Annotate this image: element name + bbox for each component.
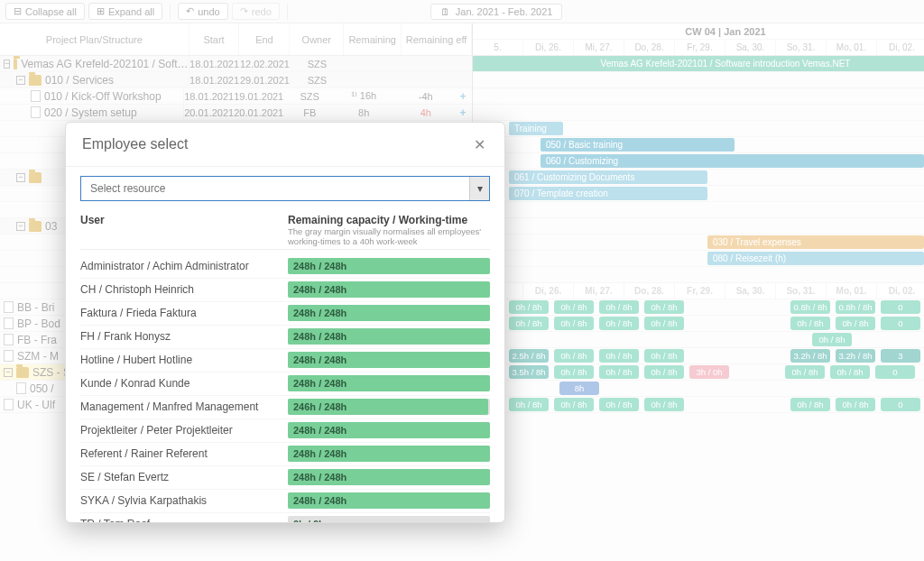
collapse-all-button[interactable]: ⊟ Collapse all [5,3,85,20]
toggle-icon[interactable]: − [16,222,25,231]
user-row[interactable]: Hotline / Hubert Hotline248h / 248h [80,349,490,372]
user-row[interactable]: Kunde / Konrad Kunde248h / 248h [80,372,490,396]
task-bar[interactable]: Training [509,122,563,135]
undo-button[interactable]: ↶ undo [178,3,227,20]
close-icon[interactable]: ✕ [470,135,488,153]
capacity-pill[interactable]: 0h / 8h [785,365,825,379]
capacity-pill[interactable]: 0h / 8h [554,317,594,330]
resource-input[interactable] [81,177,469,200]
day-cell: Do, 28. [624,283,675,299]
user-row[interactable]: CH / Christoph Heinrich248h / 248h [80,279,490,302]
day-cell: Mo, 01. [827,40,877,55]
task-bar[interactable]: 061 / Customizing Documents [509,170,707,184]
undo-label: undo [198,6,219,17]
capacity-pill[interactable]: 0h / 8h [554,300,594,314]
expand-icon: ⊞ [97,5,105,17]
tree-row[interactable]: 010 / Kick-Off Workshop18.01.202119.01.2… [0,88,472,105]
capacity-pill[interactable]: 0h / 8h [644,317,684,330]
capacity-pill[interactable]: 0h / 8h [599,300,639,314]
capacity-pill[interactable]: 0h / 8h [644,365,684,379]
capacity-pill[interactable]: 0h / 8h [830,365,870,379]
user-row[interactable]: SYKA / Sylvia Karpathakis248h / 248h [80,490,490,513]
task-bar[interactable]: 050 / Basic training [541,138,735,152]
capacity-pill[interactable]: 8h [559,382,599,395]
capacity-pill[interactable]: 0h / 8h [509,300,549,314]
capacity-pill[interactable]: 3.2h / 8h [836,349,875,363]
capacity-pill[interactable]: 0h / 8h [836,317,875,330]
task-bar[interactable]: 030 / Travel expenses [707,235,924,249]
cell: SZS [290,75,344,86]
capacity-text: 248h / 248h [293,492,346,509]
capacity-pill[interactable]: 0h / 8h [599,349,639,363]
user-list[interactable]: Administrator / Achim Administrator248h … [80,255,490,522]
user-row[interactable]: Referent / Rainer Referent248h / 248h [80,443,490,466]
capacity-pill[interactable]: 0h / 8h [599,365,639,379]
capacity-pill[interactable]: 0h / 8h [554,398,594,411]
toggle-icon[interactable]: − [16,76,25,85]
capacity-pill[interactable]: 3.2h / 8h [790,349,830,363]
task-bar[interactable]: 070 / Template creation [509,187,707,200]
capacity-pill[interactable]: 0 [881,398,920,411]
capacity-pill[interactable]: 0 [881,317,920,330]
tree-row[interactable]: 020 / System setup20.01.202120.01.2021FB… [0,105,472,121]
task-bar[interactable]: 080 / Reisezeit (h) [707,252,924,265]
task-bar[interactable]: 060 / Customizing [541,154,924,168]
capacity-pill[interactable]: 0h / 8h [644,349,684,363]
capacity-pill[interactable]: 0h / 8h [554,365,594,379]
capacity-pill[interactable]: 0h / 8h [836,398,875,411]
cell: 19.01.2021 [234,91,283,102]
folder-icon [14,59,17,69]
user-row[interactable]: TR / Tom Reef0h / 0h [80,513,490,522]
folder-icon [16,367,29,378]
folder-icon [29,172,42,183]
document-icon [4,301,14,313]
combo-arrow-icon[interactable]: ▾ [469,177,489,200]
resource-combo[interactable]: ▾ [80,176,490,201]
day-cell: Mi, 27. [574,40,624,55]
capacity-pill[interactable]: 3h / 0h [689,365,729,379]
capacity-pill[interactable]: 3.5h / 8h [509,365,549,379]
capacity-pill[interactable]: 0h / 8h [812,333,852,346]
capacity-pill[interactable]: 0h / 8h [644,300,684,314]
user-row[interactable]: Projektleiter / Peter Projektleiter248h … [80,419,490,443]
user-row[interactable]: Administrator / Achim Administrator248h … [80,255,490,279]
user-name: TR / Tom Reef [80,518,288,522]
user-row[interactable]: SE / Stefan Evertz248h / 248h [80,466,490,490]
add-icon[interactable]: + [459,106,472,119]
tree-label: 03 [45,220,57,233]
capacity-pill[interactable]: 0h / 8h [790,317,830,330]
capacity-pill[interactable]: 0.8h / 8h [836,300,875,314]
add-icon[interactable]: + [459,90,472,103]
user-row[interactable]: Faktura / Frieda Faktura248h / 248h [80,302,490,326]
tree-row[interactable]: −Vemas AG Krefeld-202101 / Soft…18.01.20… [0,56,472,72]
user-name: Hotline / Hubert Hotline [80,354,288,366]
capacity-pill[interactable]: 0h / 8h [599,317,639,330]
capacity-pill[interactable]: 0 [875,365,915,379]
tree-row[interactable]: −010 / Services18.01.202129.01.2021SZS [0,72,472,88]
capacity-pill[interactable]: 0h / 8h [599,398,639,411]
capacity-pill[interactable]: 0 [881,300,920,314]
capacity-pill[interactable]: 2.5h / 8h [509,349,549,363]
date-range-button[interactable]: 🗓 Jan. 2021 - Feb. 2021 [430,4,563,20]
capacity-pill[interactable]: 0h / 8h [554,349,594,363]
redo-button[interactable]: ↷ redo [232,3,280,20]
capacity-pill[interactable]: 0.8h / 8h [790,300,830,314]
toggle-icon[interactable]: − [4,60,10,69]
capacity-pill[interactable]: 0h / 8h [644,398,684,411]
capacity-pill[interactable]: 0h / 8h [509,317,549,330]
capacity-pill[interactable]: 3 [881,349,920,363]
capacity-pill[interactable]: 0h / 8h [790,398,830,411]
expand-all-button[interactable]: ⊞ Expand all [88,3,162,20]
toggle-icon[interactable]: − [16,173,25,182]
capacity-pill[interactable]: 0h / 8h [509,398,549,411]
cell: 29.01.2021 [240,75,291,86]
gantt-row: Training [473,121,924,137]
user-row[interactable]: FH / Frank Honysz248h / 248h [80,326,490,349]
tree-label: Vemas AG Krefeld-202101 / Soft… [21,58,188,70]
user-name: Management / Manfred Management [80,400,288,413]
toggle-icon[interactable]: − [4,368,13,377]
capacity-text: 248h / 248h [293,258,346,274]
cell: FB [283,107,336,118]
col-end: End [239,23,290,55]
user-row[interactable]: Management / Manfred Management246h / 24… [80,396,490,419]
